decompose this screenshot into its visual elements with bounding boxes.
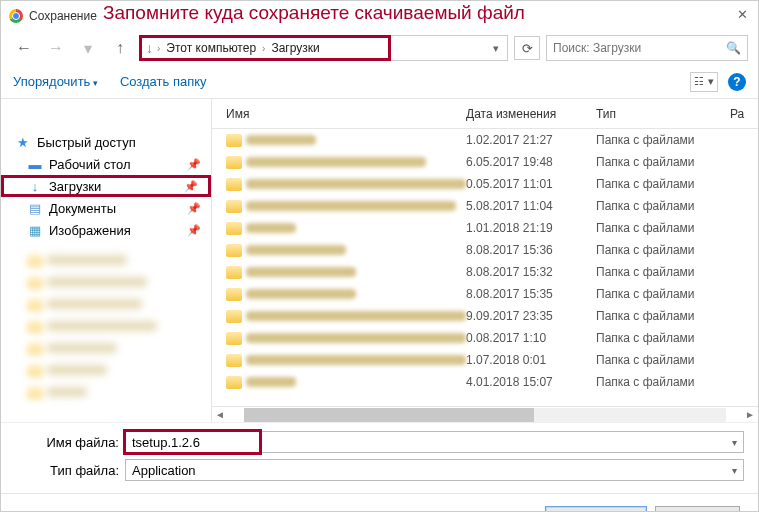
folder-icon [226, 266, 242, 279]
new-folder-button[interactable]: Создать папку [120, 74, 207, 89]
back-button[interactable]: ← [11, 37, 37, 59]
file-type: Папка с файлами [596, 199, 730, 213]
scroll-thumb[interactable] [244, 408, 534, 422]
folder-icon [226, 222, 242, 235]
file-name-blurred [246, 223, 296, 233]
help-button[interactable]: ? [728, 73, 746, 91]
file-name-blurred [246, 377, 296, 387]
up-button[interactable]: ↑ [107, 37, 133, 59]
col-date[interactable]: Дата изменения [466, 107, 596, 121]
close-button[interactable]: ✕ [737, 7, 748, 22]
file-row[interactable]: 1.01.2018 21:19Папка с файлами [212, 217, 758, 239]
organize-menu[interactable]: Упорядочить [13, 74, 98, 89]
file-name-blurred [246, 135, 316, 145]
file-type: Папка с файлами [596, 221, 730, 235]
file-row[interactable]: 6.05.2017 19:48Папка с файлами [212, 151, 758, 173]
file-name-blurred [246, 333, 466, 343]
file-row[interactable]: 8.08.2017 15:35Папка с файлами [212, 283, 758, 305]
refresh-button[interactable]: ⟳ [514, 36, 540, 60]
annotation-text: Запомните куда сохраняете скачиваемый фа… [103, 2, 525, 24]
folder-icon [226, 332, 242, 345]
file-row[interactable]: 5.08.2017 11:04Папка с файлами [212, 195, 758, 217]
sidebar-item-label: Рабочий стол [49, 157, 131, 172]
file-date: 0.08.2017 1:10 [466, 331, 596, 345]
pin-icon: 📌 [187, 224, 201, 237]
breadcrumb-bar[interactable]: ↓ › Этот компьютер › Загрузки ▾ [139, 35, 508, 61]
sidebar-item-downloads[interactable]: ↓ Загрузки 📌 [1, 175, 211, 197]
file-name-blurred [246, 201, 456, 211]
filename-field[interactable]: tsetup.1.2.6 ▾ [125, 431, 744, 453]
filetype-dropdown[interactable]: ▾ [732, 465, 737, 476]
search-box[interactable]: 🔍 [546, 35, 748, 61]
search-icon[interactable]: 🔍 [726, 41, 741, 55]
sidebar-blur-item [1, 337, 211, 359]
search-input[interactable] [553, 41, 726, 55]
filename-label: Имя файла: [15, 435, 125, 450]
file-row[interactable]: 8.08.2017 15:36Папка с файлами [212, 239, 758, 261]
scroll-left[interactable]: ◄ [212, 409, 228, 420]
folder-icon [226, 354, 242, 367]
breadcrumb-dropdown[interactable]: ▾ [489, 42, 503, 55]
window-title: Сохранение [29, 9, 97, 23]
breadcrumb-item-downloads[interactable]: Загрузки [267, 41, 323, 55]
col-name[interactable]: Имя [212, 107, 466, 121]
file-type: Папка с файлами [596, 133, 730, 147]
horizontal-scrollbar[interactable]: ◄ ► [212, 406, 758, 422]
sidebar-blur-item [1, 359, 211, 381]
recent-button[interactable]: ▾ [75, 37, 101, 59]
file-type: Папка с файлами [596, 243, 730, 257]
sidebar-blur-item [1, 293, 211, 315]
file-date: 6.05.2017 19:48 [466, 155, 596, 169]
file-date: 9.09.2017 23:35 [466, 309, 596, 323]
col-size[interactable]: Ра [730, 107, 758, 121]
file-date: 5.08.2017 11:04 [466, 199, 596, 213]
downloads-icon: ↓ [146, 40, 153, 56]
forward-button[interactable]: → [43, 37, 69, 59]
file-row[interactable]: 9.09.2017 23:35Папка с файлами [212, 305, 758, 327]
save-button[interactable]: Сохранить [545, 506, 648, 513]
file-name-blurred [246, 267, 356, 277]
sidebar-blur-item [1, 271, 211, 293]
file-row[interactable]: 0.05.2017 11:01Папка с файлами [212, 173, 758, 195]
file-name-blurred [246, 311, 466, 321]
file-type: Папка с файлами [596, 265, 730, 279]
chrome-icon [9, 9, 23, 23]
pin-icon: 📌 [187, 158, 201, 171]
filetype-field[interactable]: Application ▾ [125, 459, 744, 481]
folder-icon [226, 288, 242, 301]
file-type: Папка с файлами [596, 375, 730, 389]
file-list[interactable]: 1.02.2017 21:27Папка с файлами6.05.2017 … [212, 129, 758, 406]
sidebar-blur-item [1, 315, 211, 337]
breadcrumb-item-pc[interactable]: Этот компьютер [162, 41, 260, 55]
pin-icon: 📌 [184, 180, 198, 193]
sidebar-item-desktop[interactable]: ▬ Рабочий стол 📌 [1, 153, 211, 175]
sidebar-quick-access[interactable]: ★ Быстрый доступ [1, 131, 211, 153]
file-date: 8.08.2017 15:32 [466, 265, 596, 279]
sidebar-blur-item [1, 381, 211, 403]
file-row[interactable]: 1.07.2018 0:01Папка с файлами [212, 349, 758, 371]
file-row[interactable]: 4.01.2018 15:07Папка с файлами [212, 371, 758, 393]
file-date: 1.01.2018 21:19 [466, 221, 596, 235]
cancel-button[interactable]: Отмена [655, 506, 740, 513]
documents-icon: ▤ [27, 200, 43, 216]
file-row[interactable]: 1.02.2017 21:27Папка с файлами [212, 129, 758, 151]
scroll-track[interactable] [244, 408, 726, 422]
sidebar-item-pictures[interactable]: ▦ Изображения 📌 [1, 219, 211, 241]
file-date: 4.01.2018 15:07 [466, 375, 596, 389]
sidebar-item-label: Быстрый доступ [37, 135, 136, 150]
desktop-icon: ▬ [27, 156, 43, 172]
folder-icon [226, 376, 242, 389]
file-type: Папка с файлами [596, 353, 730, 367]
file-date: 8.08.2017 15:36 [466, 243, 596, 257]
file-name-blurred [246, 179, 466, 189]
file-row[interactable]: 0.08.2017 1:10Папка с файлами [212, 327, 758, 349]
col-type[interactable]: Тип [596, 107, 730, 121]
file-row[interactable]: 8.08.2017 15:32Папка с файлами [212, 261, 758, 283]
file-type: Папка с файлами [596, 287, 730, 301]
column-headers[interactable]: Имя Дата изменения Тип Ра [212, 99, 758, 129]
view-options-button[interactable]: ☷ ▾ [690, 72, 718, 92]
sidebar-item-documents[interactable]: ▤ Документы 📌 [1, 197, 211, 219]
scroll-right[interactable]: ► [742, 409, 758, 420]
filename-dropdown[interactable]: ▾ [732, 437, 737, 448]
folder-icon [226, 310, 242, 323]
